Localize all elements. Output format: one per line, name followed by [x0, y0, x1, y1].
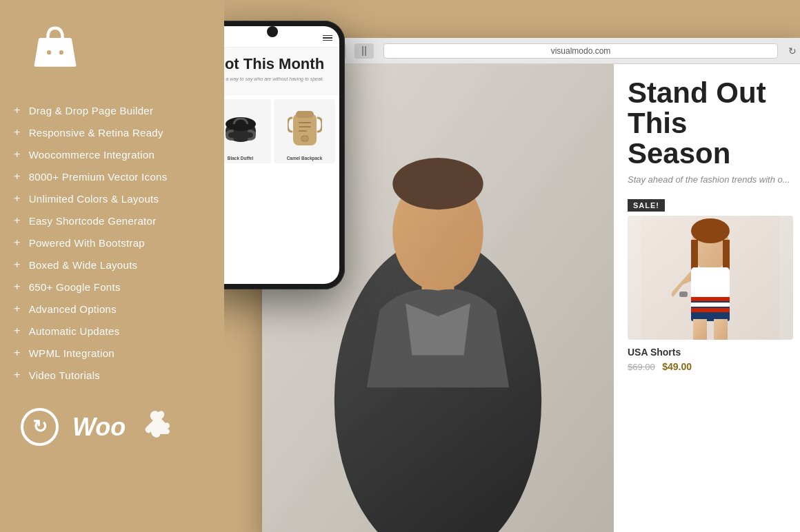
feature-item: +Advanced Options: [14, 298, 210, 320]
feature-item: +Easy Shortcode Generator: [14, 209, 210, 232]
svg-point-9: [691, 218, 730, 243]
svg-rect-16: [691, 303, 730, 307]
phone-product-image: [224, 102, 268, 154]
svg-rect-19: [714, 319, 728, 340]
left-panel: +Drag & Drop Page Builder +Responsive & …: [0, 0, 224, 532]
phone-product-name: Black Duffel: [224, 156, 268, 161]
svg-rect-27: [301, 136, 308, 141]
refresh-icon: [21, 408, 59, 446]
phone-products: Black Duffel: [224, 95, 339, 167]
address-bar[interactable]: visualmodo.com: [383, 43, 778, 59]
svg-point-1: [59, 50, 63, 54]
hero-subtitle: Stay ahead of the fashion trends with o.…: [628, 174, 793, 185]
product-name: USA Shorts: [628, 347, 793, 358]
phone-header: 🛍: [224, 26, 339, 48]
svg-rect-15: [691, 297, 730, 301]
svg-rect-24: [299, 122, 311, 123]
bottom-icons: Woo: [21, 407, 210, 447]
product-pricing: $69.00 $49.00: [628, 360, 793, 373]
phone-hero: Hot This Month Style a way to say who ar…: [224, 48, 339, 95]
product-image: [628, 216, 793, 340]
feature-item: +Automatic Updates: [14, 320, 210, 342]
svg-rect-26: [299, 130, 307, 132]
feature-item: +Unlimited Colors & Layouts: [14, 187, 210, 209]
svg-rect-25: [299, 126, 311, 127]
svg-rect-13: [679, 291, 688, 297]
sale-badge: SALE!: [628, 199, 665, 212]
bag-icon: [28, 21, 210, 79]
feature-item: +650+ Google Fonts: [14, 276, 210, 298]
phone-hero-title: Hot This Month: [224, 56, 331, 72]
svg-rect-17: [691, 308, 730, 312]
phone-screen: 🛍 Hot This Month Style a way to say who …: [224, 26, 339, 284]
hero-title: Stand Out This Season: [628, 78, 793, 169]
svg-point-0: [47, 50, 51, 54]
feature-item: +Boxed & Wide Layouts: [14, 254, 210, 276]
product-old-price: $69.00: [628, 362, 655, 372]
bird-icon: [139, 407, 177, 447]
svg-point-6: [392, 158, 483, 209]
product-panel: Stand Out This Season Stay ahead of the …: [614, 64, 800, 532]
feature-item: +8000+ Premium Vector Icons: [14, 165, 210, 187]
layout-button[interactable]: [354, 43, 374, 59]
phone-product-image: [277, 102, 332, 154]
reload-button[interactable]: ↻: [786, 45, 799, 57]
feature-item: +Powered With Bootstrap: [14, 232, 210, 254]
right-panel: ‹ › visualmodo.com ↻: [224, 0, 800, 532]
phone-product-item: Black Duffel: [224, 99, 271, 163]
svg-rect-12: [691, 267, 730, 298]
phone-outer: 🛍 Hot This Month Style a way to say who …: [224, 21, 345, 289]
feature-item: +WPML Integration: [14, 342, 210, 364]
feature-item: +Woocommerce Integration: [14, 143, 210, 165]
product-new-price: $49.00: [662, 361, 692, 372]
phone-product-name: Camel Backpack: [277, 156, 332, 161]
phone-camera: [267, 26, 278, 37]
phone-mockup: 🛍 Hot This Month Style a way to say who …: [224, 21, 345, 289]
feature-list: +Drag & Drop Page Builder +Responsive & …: [14, 99, 210, 386]
woocommerce-icon: Woo: [72, 415, 126, 440]
phone-hero-subtitle: Style a way to say who are without havin…: [224, 76, 331, 81]
feature-item: +Responsive & Retina Ready: [14, 121, 210, 143]
svg-rect-18: [693, 319, 707, 340]
feature-item: +Drag & Drop Page Builder: [14, 99, 210, 121]
phone-menu-icon: [323, 35, 332, 41]
phone-product-item: Camel Backpack: [274, 99, 335, 163]
feature-item: +Video Tutorials: [14, 364, 210, 386]
svg-rect-23: [296, 111, 314, 118]
